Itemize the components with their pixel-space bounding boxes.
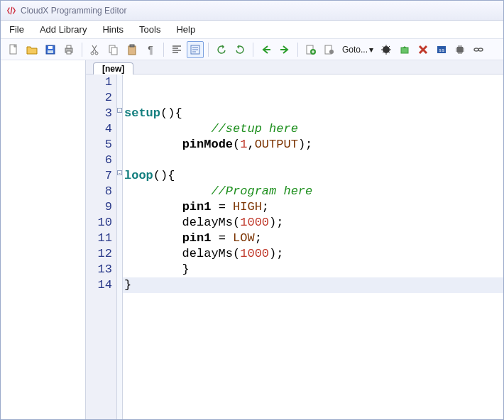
menu-hints[interactable]: Hints [102, 24, 124, 35]
new-file-button[interactable] [5, 41, 22, 58]
line-number: 13 [86, 262, 116, 277]
print-button[interactable] [60, 41, 77, 58]
chip-icon[interactable] [451, 41, 469, 58]
redo-button[interactable] [231, 41, 248, 58]
menu-add-library[interactable]: Add Library [40, 24, 87, 35]
menu-tools[interactable]: Tools [139, 24, 160, 35]
code-editor[interactable]: 1234567891011121314 - - setup(){ //setup… [86, 74, 503, 419]
svg-rect-12 [130, 45, 134, 47]
svg-rect-30 [457, 47, 463, 52]
menu-help[interactable]: Help [176, 24, 195, 35]
svg-text:ss: ss [439, 48, 444, 53]
undo-button[interactable] [213, 41, 230, 58]
svg-line-23 [383, 46, 384, 48]
code-line[interactable]: setup(){ [123, 106, 503, 121]
toolbar-separator [253, 43, 253, 57]
tab-active[interactable]: [new] [93, 62, 133, 74]
svg-rect-10 [111, 48, 117, 55]
svg-rect-3 [48, 50, 53, 53]
serial-monitor-button[interactable]: ss [433, 41, 450, 58]
goto-button[interactable]: Goto...▾ [339, 45, 376, 55]
chevron-down-icon: ▾ [369, 45, 373, 55]
app-logo-icon [6, 6, 16, 16]
open-file-button[interactable] [23, 41, 40, 58]
svg-rect-5 [67, 45, 71, 48]
toolbar-separator [208, 43, 209, 57]
svg-point-17 [329, 50, 334, 54]
code-text[interactable]: setup(){ //setup here pinMode(1,OUTPUT);… [123, 74, 503, 419]
toolbar-separator [82, 43, 82, 57]
format-box-button[interactable] [187, 41, 204, 58]
code-line[interactable]: delayMs(1000); [123, 246, 503, 262]
nav-forward-button[interactable] [276, 41, 293, 58]
code-line[interactable]: loop(){ [123, 168, 503, 184]
toolbar: ¶ Goto...▾ ss [1, 39, 503, 60]
code-line[interactable] [123, 74, 503, 90]
tabbar: [new] [86, 60, 503, 74]
svg-rect-6 [67, 51, 71, 54]
save-button[interactable] [42, 41, 59, 58]
main-area: [new] 1234567891011121314 - - setup(){ /… [1, 60, 503, 419]
code-line[interactable]: delayMs(1000); [123, 215, 503, 231]
svg-line-25 [383, 52, 384, 53]
page-add-button[interactable] [302, 41, 319, 58]
paste-button[interactable] [124, 41, 141, 58]
editor-area: [new] 1234567891011121314 - - setup(){ /… [86, 60, 503, 419]
upload-button[interactable] [396, 41, 413, 58]
toolbar-separator [297, 43, 298, 57]
line-number: 10 [86, 215, 116, 231]
page-settings-button[interactable] [321, 41, 338, 58]
code-line[interactable]: //Program here [123, 184, 503, 199]
fold-marker-icon[interactable]: - [117, 170, 122, 175]
svg-line-24 [389, 52, 390, 53]
menubar: File Add Library Hints Tools Help [1, 21, 503, 39]
code-line[interactable] [123, 90, 503, 106]
line-number: 12 [86, 246, 116, 262]
svg-rect-27 [401, 48, 408, 53]
svg-point-31 [474, 48, 478, 51]
nav-back-button[interactable] [258, 41, 275, 58]
line-number: 4 [86, 121, 116, 137]
svg-rect-2 [48, 46, 53, 49]
line-number: 11 [86, 231, 116, 246]
line-number: 7 [86, 168, 116, 184]
fold-column: - - [117, 74, 123, 419]
fold-marker-icon[interactable]: - [117, 108, 122, 113]
line-number: 14 [86, 277, 116, 293]
line-number: 6 [86, 153, 116, 168]
toolbar-separator [163, 43, 164, 57]
stop-button[interactable] [415, 41, 432, 58]
line-number-gutter: 1234567891011121314 [86, 74, 117, 419]
copy-button[interactable] [105, 41, 122, 58]
code-line[interactable] [123, 153, 503, 168]
code-line[interactable]: } [123, 277, 503, 293]
window-titlebar: CloudX Programming Editor [1, 1, 503, 21]
svg-rect-11 [128, 46, 136, 55]
sidebar-panel [1, 60, 86, 419]
line-number: 1 [86, 74, 116, 90]
align-left-button[interactable] [168, 41, 185, 58]
pilcrow-button[interactable]: ¶ [142, 41, 159, 58]
line-number: 3 [86, 106, 116, 121]
line-number: 5 [86, 137, 116, 153]
code-line[interactable]: pinMode(1,OUTPUT); [123, 137, 503, 153]
code-line[interactable]: //setup here [123, 121, 503, 137]
line-number: 2 [86, 90, 116, 106]
build-button[interactable] [378, 41, 395, 58]
svg-line-26 [389, 46, 390, 48]
code-line[interactable]: pin1 = HIGH; [123, 199, 503, 215]
line-number: 9 [86, 199, 116, 215]
line-number: 8 [86, 184, 116, 199]
code-line[interactable]: } [123, 262, 503, 277]
svg-point-32 [478, 48, 483, 51]
code-line[interactable]: pin1 = LOW; [123, 231, 503, 246]
cut-button[interactable] [87, 41, 104, 58]
link-icon[interactable] [470, 41, 487, 58]
window-title: CloudX Programming Editor [21, 6, 126, 16]
menu-file[interactable]: File [9, 24, 24, 35]
